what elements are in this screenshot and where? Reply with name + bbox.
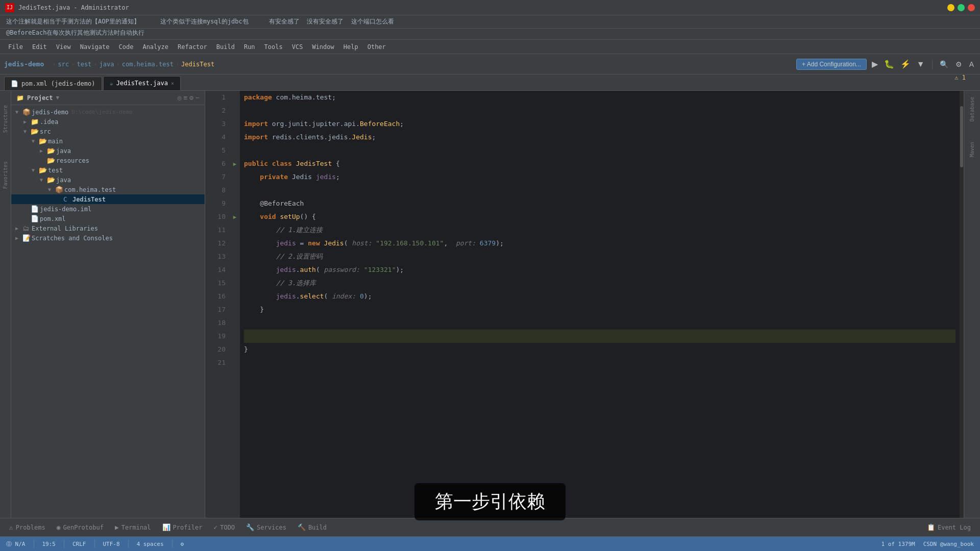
tab-problems[interactable]: ⚠ Problems	[4, 521, 51, 533]
gutter-1	[230, 91, 240, 104]
gutter-run-10[interactable]: ▶	[230, 210, 240, 223]
tree-item-ext-libs[interactable]: ▶ 🗂 External Libraries	[11, 223, 205, 233]
tree-item-idea[interactable]: ▶ 📁 .idea	[11, 117, 205, 127]
breadcrumb-java[interactable]: java	[100, 61, 114, 68]
menu-code[interactable]: Code	[115, 42, 138, 52]
breadcrumb-package[interactable]: com.heima.test	[122, 61, 174, 68]
gutter-13	[230, 250, 240, 263]
menu-help[interactable]: Help	[339, 42, 362, 52]
tree-item-scratches[interactable]: ▶ 📝 Scratches and Consoles	[11, 233, 205, 243]
str-password: "123321"	[364, 263, 396, 277]
tree-label-resources: resources	[56, 157, 89, 164]
debug-button[interactable]: 🐛	[882, 58, 896, 70]
menu-vcs[interactable]: VCS	[288, 42, 307, 52]
menu-build[interactable]: Build	[212, 42, 239, 52]
breadcrumb-sep-3: ›	[93, 61, 97, 68]
status-encoding[interactable]: UTF-8	[103, 541, 120, 547]
tree-item-resources[interactable]: 📂 resources	[11, 156, 205, 165]
tab-todo[interactable]: ✓ TODO	[208, 521, 240, 533]
status-warnings[interactable]: ⚙	[181, 541, 184, 547]
menu-refactor[interactable]: Refactor	[174, 42, 211, 52]
menu-navigate[interactable]: Navigate	[76, 42, 114, 52]
maximize-button[interactable]	[958, 4, 965, 11]
add-configuration-button[interactable]: + Add Configuration...	[796, 59, 867, 70]
menu-window[interactable]: Window	[308, 42, 338, 52]
gutter-5	[230, 144, 240, 157]
tree-item-test[interactable]: ▼ 📂 test	[11, 165, 205, 175]
tab-build[interactable]: 🔨 Build	[292, 521, 332, 533]
close-button[interactable]	[968, 4, 975, 11]
menu-analyze[interactable]: Analyze	[138, 42, 173, 52]
tree-toggle-main: ▼	[32, 138, 39, 144]
editor-scrollbar[interactable]	[960, 91, 964, 518]
tooltip-3: 有安全感了 没有安全感了 这个端口怎么看	[269, 17, 394, 26]
sidebar-collapse-button[interactable]: ≡	[184, 94, 188, 102]
status-indent[interactable]: 4 spaces	[137, 541, 164, 547]
sidebar-dropdown-arrow[interactable]: ▼	[56, 94, 60, 101]
gutter-markers: ▶ ▶	[230, 91, 240, 518]
tree-item-main[interactable]: ▼ 📂 main	[11, 136, 205, 146]
status-crlf[interactable]: CRLF	[72, 541, 86, 547]
menu-run[interactable]: Run	[240, 42, 259, 52]
tree-item-pom[interactable]: 📄 pom.xml	[11, 214, 205, 223]
code-line-17: }	[244, 303, 955, 316]
menu-view[interactable]: View	[52, 42, 75, 52]
tree-item-main-java[interactable]: ▶ 📂 java	[11, 146, 205, 156]
tab-terminal-label: Terminal	[121, 524, 151, 531]
favorites-panel-button[interactable]: Favorites	[1, 157, 10, 193]
tab-terminal[interactable]: ▶ Terminal	[110, 521, 156, 533]
tab-services[interactable]: 🔧 Services	[241, 521, 291, 533]
status-position[interactable]: 19:5	[42, 541, 56, 547]
field-jedis-3: jedis	[276, 263, 296, 277]
cmt-1: // 1.建立连接	[276, 223, 323, 237]
sidebar-locate-button[interactable]: ◎	[178, 94, 182, 102]
code-content[interactable]: package com.heima.test; import org.junit…	[240, 91, 960, 518]
tab-jedistest-java[interactable]: ☕ JedisTest.java ×	[103, 76, 181, 90]
tab-genprotobuf[interactable]: ◉ GenProtobuf	[52, 521, 109, 533]
breadcrumb-src[interactable]: src	[58, 61, 69, 68]
sidebar-title-area: 📁 Project ▼	[16, 94, 59, 102]
param-host: host:	[352, 237, 372, 250]
tab-close-button[interactable]: ×	[171, 81, 174, 86]
cmt-3: // 3.选择库	[276, 277, 316, 290]
menu-tools[interactable]: Tools	[260, 42, 287, 52]
menu-edit[interactable]: Edit	[28, 42, 51, 52]
menu-other[interactable]: Other	[363, 42, 390, 52]
resources-folder-icon: 📂	[47, 157, 56, 164]
tree-item-package[interactable]: ▼ 📦 com.heima.test	[11, 185, 205, 194]
maven-panel-button[interactable]: Maven	[967, 140, 977, 159]
tab-eventlog[interactable]: 📋 Event Log	[922, 521, 976, 533]
menu-file[interactable]: File	[4, 42, 27, 52]
database-panel-button[interactable]: Database	[967, 95, 977, 123]
tree-label-scratches: Scratches and Consoles	[32, 235, 113, 242]
scrollbar-thumb[interactable]	[960, 106, 963, 167]
breadcrumb-class[interactable]: JedisTest	[181, 61, 214, 68]
structure-panel-button[interactable]: Structure	[1, 101, 10, 137]
profile-button[interactable]: ⚡	[898, 58, 913, 70]
gutter-run-6[interactable]: ▶	[230, 157, 240, 170]
sidebar-gear-button[interactable]: ⚙	[189, 94, 193, 102]
tab-pom-xml[interactable]: 📄 pom.xml (jedis-demo)	[4, 77, 102, 90]
project-name: jedis-demo	[4, 60, 44, 68]
settings-button[interactable]: ⚙	[953, 59, 964, 69]
tree-item-src[interactable]: ▼ 📂 src	[11, 127, 205, 136]
search-everywhere-button[interactable]: 🔍	[938, 59, 950, 69]
tree-item-test-java[interactable]: ▼ 📂 java	[11, 175, 205, 185]
run-button[interactable]: ▶	[870, 58, 880, 70]
minimize-button[interactable]	[947, 4, 954, 11]
translate-button[interactable]: A	[967, 59, 976, 69]
sidebar-minimize-button[interactable]: −	[195, 94, 200, 102]
tree-item-iml[interactable]: 📄 jedis-demo.iml	[11, 204, 205, 214]
code-line-14: jedis.auth( password: "123321");	[244, 263, 955, 277]
param-port: port:	[456, 237, 476, 250]
tree-label-test: test	[48, 167, 63, 174]
tree-item-jedistest[interactable]: C JedisTest	[11, 194, 205, 204]
code-line-4: import redis.clients.jedis.Jedis;	[244, 131, 955, 144]
code-line-12: jedis = new Jedis( host: "192.168.150.10…	[244, 237, 955, 250]
tree-item-root[interactable]: ▼ 📦 jedis-demo D:\code\jedis-demo	[11, 107, 205, 117]
tab-profiler[interactable]: 📊 Profiler	[157, 521, 208, 533]
more-run-button[interactable]: ▼	[915, 59, 927, 70]
breadcrumb-test[interactable]: test	[77, 61, 91, 68]
status-vcs[interactable]: ⓪ N/A	[6, 540, 26, 548]
overlay-banner: 第一步引依赖	[414, 483, 566, 520]
